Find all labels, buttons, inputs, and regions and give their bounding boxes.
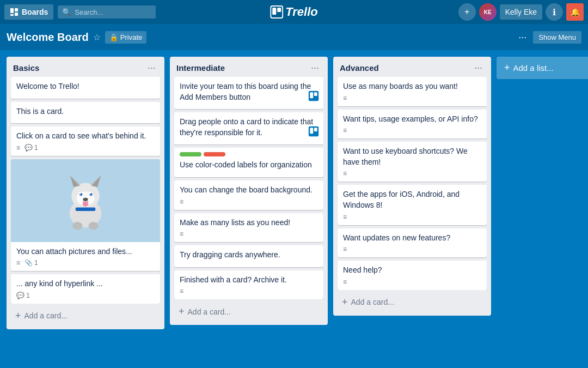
- card-trello-icon: [308, 91, 319, 105]
- card-footer-attachment: 📎1: [24, 259, 38, 267]
- card[interactable]: This is a card.: [11, 102, 160, 124]
- avatar[interactable]: KE: [479, 3, 497, 21]
- add-card-button-advanced[interactable]: +Add a card...: [338, 293, 487, 311]
- card[interactable]: Want tips, usage examples, or API info?: [338, 110, 487, 139]
- description-icon: [16, 259, 20, 267]
- card-text: Want updates on new features?: [343, 233, 481, 244]
- board-header: Welcome Board ☆ 🔒 Private ··· Show Menu: [0, 24, 588, 50]
- card[interactable]: Get the apps for iOS, Android, and Windo…: [338, 185, 487, 225]
- card-footer-desc: [16, 259, 20, 267]
- board-content: Basics···Welcome to Trello!This is a car…: [0, 50, 588, 368]
- card[interactable]: Finished with a card? Archive it.: [174, 270, 323, 300]
- card[interactable]: Try dragging cards anywhere.: [174, 245, 323, 267]
- card-footer-desc: [16, 144, 20, 152]
- comment-icon: 💬: [24, 144, 33, 152]
- show-menu-label: Show Menu: [538, 33, 576, 41]
- show-menu-button[interactable]: Show Menu: [533, 31, 581, 44]
- add-list-label: Add a list...: [513, 63, 554, 73]
- board-title[interactable]: Welcome Board: [7, 31, 89, 44]
- info-button[interactable]: ℹ: [546, 3, 563, 21]
- search-bar[interactable]: 🔍: [58, 5, 156, 19]
- card[interactable]: Use as many boards as you want!: [338, 77, 487, 106]
- description-icon: [180, 230, 183, 238]
- app-logo: Trello: [270, 5, 318, 19]
- plus-icon: +: [342, 297, 348, 308]
- list-menu-button[interactable]: ···: [472, 62, 485, 74]
- description-icon: [343, 213, 347, 221]
- list-cards: Invite your team to this board using the…: [170, 77, 328, 299]
- card[interactable]: Invite your team to this board using the…: [174, 77, 323, 109]
- label-green: [180, 152, 201, 156]
- trello-logo-icon: [270, 5, 283, 19]
- description-icon: [343, 245, 347, 253]
- svg-rect-30: [314, 93, 317, 96]
- svg-rect-5: [272, 8, 276, 15]
- card[interactable]: Welcome to Trello!: [11, 77, 160, 99]
- card-text: This is a card.: [16, 106, 155, 117]
- card-footer: [343, 278, 481, 286]
- svg-point-20: [80, 193, 81, 194]
- boards-icon: [10, 8, 19, 16]
- card-text: Use as many boards as you want!: [343, 81, 481, 92]
- logo-text: Trello: [285, 5, 318, 19]
- notification-button[interactable]: 🔔: [566, 3, 584, 21]
- card[interactable]: Want to use keyboard shortcuts? We have …: [338, 142, 487, 182]
- card-text: Want to use keyboard shortcuts? We have …: [343, 146, 481, 167]
- add-button[interactable]: +: [458, 3, 476, 21]
- card[interactable]: Need help?: [338, 261, 487, 290]
- card[interactable]: You can attach pictures and files...📎1: [11, 159, 160, 272]
- lock-icon: 🔒: [109, 33, 118, 41]
- card-text: You can change the board background.: [180, 185, 318, 196]
- card-text: Click on a card to see what's behind it.: [16, 131, 155, 142]
- list-header-intermediate: Intermediate···: [170, 57, 328, 77]
- add-card-button-basics[interactable]: +Add a card...: [11, 307, 160, 325]
- card[interactable]: Want updates on new features?: [338, 228, 487, 258]
- svg-rect-2: [15, 13, 18, 16]
- list-title: Basics: [13, 63, 39, 73]
- svg-rect-25: [76, 207, 96, 210]
- ellipsis-icon: ···: [518, 32, 526, 43]
- list-menu-button[interactable]: ···: [309, 62, 321, 74]
- boards-button[interactable]: Boards: [4, 4, 53, 20]
- card-text: You can attach pictures and files...: [11, 246, 160, 257]
- add-card-button-intermediate[interactable]: +Add a card...: [174, 303, 323, 321]
- card-footer-comment: 💬1: [24, 144, 38, 152]
- card-text: Welcome to Trello!: [16, 81, 155, 92]
- card[interactable]: Make as many lists as you need!: [174, 213, 323, 243]
- privacy-label: Private: [120, 33, 142, 41]
- list-basics: Basics···Welcome to Trello!This is a car…: [7, 57, 164, 329]
- card-image: [11, 159, 160, 242]
- svg-point-19: [91, 193, 92, 194]
- svg-rect-0: [10, 8, 14, 13]
- privacy-button[interactable]: 🔒 Private: [105, 31, 146, 44]
- description-icon: [180, 287, 183, 295]
- svg-rect-3: [10, 14, 14, 16]
- card[interactable]: Drag people onto a card to indicate that…: [174, 112, 323, 144]
- search-input[interactable]: [75, 8, 151, 16]
- card-text: Want tips, usage examples, or API info?: [343, 114, 481, 125]
- add-list-column: +Add a list...: [497, 57, 588, 79]
- ellipsis-button[interactable]: ···: [516, 29, 529, 45]
- card[interactable]: ... any kind of hyperlink ...💬1: [11, 274, 160, 304]
- card-trello-icon: [308, 126, 319, 140]
- card-text: Try dragging cards anywhere.: [180, 250, 318, 261]
- card[interactable]: You can change the board background.: [174, 180, 323, 210]
- add-list-button[interactable]: +Add a list...: [497, 57, 588, 79]
- plus-icon: +: [504, 62, 510, 74]
- card-footer: 💬1: [16, 144, 155, 152]
- comment-count: 1: [26, 292, 30, 299]
- card[interactable]: Click on a card to see what's behind it.…: [11, 126, 160, 156]
- card-footer-desc: [343, 213, 347, 221]
- add-card-label: Add a card...: [351, 298, 394, 306]
- card-footer-desc: [180, 287, 183, 295]
- list-menu-button[interactable]: ···: [145, 62, 158, 74]
- card-footer-desc: [180, 198, 183, 206]
- user-name-button[interactable]: Kelly Eke: [500, 4, 542, 20]
- board-header-right: ··· Show Menu: [516, 29, 581, 45]
- star-button[interactable]: ☆: [93, 32, 101, 43]
- card[interactable]: Use color-coded labels for organization: [174, 148, 323, 177]
- card-footer-comment: 💬1: [16, 292, 30, 299]
- svg-rect-6: [277, 8, 281, 12]
- list-advanced: Advanced···Use as many boards as you wan…: [333, 57, 491, 316]
- svg-point-18: [81, 193, 82, 194]
